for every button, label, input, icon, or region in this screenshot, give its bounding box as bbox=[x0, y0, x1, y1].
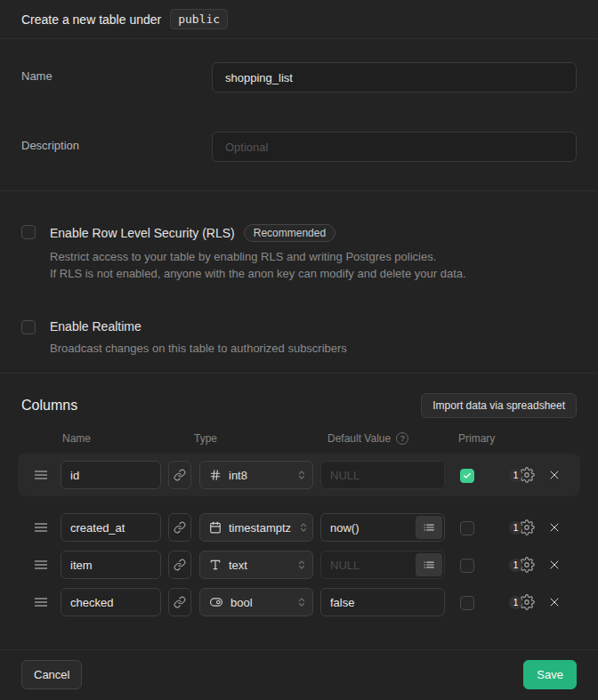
primary-checkbox[interactable] bbox=[460, 559, 474, 573]
modal-title: Create a new table under bbox=[21, 12, 161, 27]
name-label: Name bbox=[21, 62, 212, 93]
toggle-icon bbox=[209, 596, 223, 608]
toggles-section: Enable Row Level Security (RLS) Recommen… bbox=[0, 191, 598, 374]
column-name-input[interactable] bbox=[61, 588, 161, 616]
foreign-key-link-icon[interactable] bbox=[168, 551, 191, 579]
primary-checkbox[interactable] bbox=[460, 596, 474, 610]
column-type-label: timestamptz bbox=[229, 521, 291, 535]
default-value-input[interactable] bbox=[321, 462, 444, 488]
save-button[interactable]: Save bbox=[523, 660, 577, 689]
foreign-key-link-icon[interactable] bbox=[168, 461, 191, 489]
realtime-description: Broadcast changes on this table to autho… bbox=[50, 340, 347, 357]
hash-icon bbox=[209, 469, 222, 481]
column-type-select[interactable]: timestamptz bbox=[199, 513, 313, 542]
column-settings-button[interactable]: 1 bbox=[509, 557, 535, 573]
column-row-created-at: timestamptz 1 bbox=[18, 509, 580, 546]
realtime-label: Enable Realtime bbox=[50, 319, 141, 334]
primary-checkbox[interactable] bbox=[460, 521, 474, 535]
cancel-button[interactable]: Cancel bbox=[21, 660, 82, 689]
settings-count-badge: 1 bbox=[509, 596, 522, 609]
drag-handle-icon[interactable] bbox=[34, 521, 48, 534]
recommended-badge: Recommended bbox=[244, 224, 335, 242]
rls-checkbox[interactable] bbox=[21, 225, 36, 239]
create-table-modal: Create a new table under public Name Des… bbox=[0, 0, 598, 700]
column-settings-button[interactable]: 1 bbox=[509, 467, 535, 483]
remove-column-icon[interactable] bbox=[547, 468, 562, 482]
modal-header: Create a new table under public bbox=[0, 0, 598, 39]
column-type-label: bool bbox=[230, 596, 289, 609]
column-row-checked: bool 1 bbox=[18, 583, 580, 621]
realtime-checkbox[interactable] bbox=[21, 320, 36, 334]
realtime-toggle-row: Enable Realtime Broadcast changes on thi… bbox=[21, 319, 577, 357]
header-default-value: Default Value bbox=[327, 432, 391, 445]
primary-checkbox[interactable] bbox=[460, 469, 474, 483]
header-name: Name bbox=[62, 432, 194, 445]
column-settings-button[interactable]: 1 bbox=[509, 594, 535, 610]
column-name-input[interactable] bbox=[61, 551, 161, 579]
import-spreadsheet-button[interactable]: Import data via spreadsheet bbox=[421, 393, 577, 418]
column-type-select[interactable]: bool bbox=[199, 588, 313, 616]
columns-table-header: Name Type Default Value? Primary bbox=[0, 432, 598, 445]
column-name-input[interactable] bbox=[61, 513, 161, 542]
default-value-input[interactable] bbox=[321, 589, 444, 616]
remove-column-icon[interactable] bbox=[547, 520, 562, 535]
foreign-key-link-icon[interactable] bbox=[168, 513, 191, 542]
remove-column-icon[interactable] bbox=[547, 595, 562, 609]
chevron-updown-icon bbox=[296, 469, 307, 481]
settings-count-badge: 1 bbox=[509, 469, 522, 482]
rls-description-line1: Restrict access to your table by enablin… bbox=[50, 248, 466, 265]
rls-label: Enable Row Level Security (RLS) bbox=[50, 226, 235, 240]
column-type-select[interactable]: int8 bbox=[199, 461, 313, 489]
settings-count-badge: 1 bbox=[509, 521, 522, 535]
chevron-updown-icon bbox=[296, 596, 307, 608]
default-value-input[interactable] bbox=[321, 551, 416, 578]
remove-column-icon[interactable] bbox=[547, 558, 562, 572]
table-description-input[interactable] bbox=[212, 132, 577, 162]
column-row-id: int8 1 bbox=[18, 454, 580, 496]
default-value-input[interactable] bbox=[321, 514, 416, 541]
description-label: Description bbox=[21, 132, 212, 162]
basic-info-section: Name Description bbox=[0, 39, 598, 191]
settings-count-badge: 1 bbox=[509, 559, 522, 572]
drag-handle-icon[interactable] bbox=[34, 559, 48, 571]
column-type-label: text bbox=[229, 559, 289, 572]
column-row-item: text 1 bbox=[18, 546, 580, 583]
header-type: Type bbox=[194, 432, 327, 445]
default-suggestions-icon[interactable] bbox=[416, 553, 442, 576]
columns-title: Columns bbox=[21, 398, 77, 414]
help-icon[interactable]: ? bbox=[396, 432, 408, 445]
drag-handle-icon[interactable] bbox=[34, 469, 48, 481]
table-name-input[interactable] bbox=[212, 62, 577, 93]
column-type-label: int8 bbox=[229, 469, 289, 482]
columns-section: Columns Import data via spreadsheet Name… bbox=[0, 374, 598, 650]
modal-footer: Cancel Save bbox=[0, 650, 598, 699]
column-name-input[interactable] bbox=[61, 461, 161, 489]
rls-description-line2: If RLS is not enabled, anyone with the a… bbox=[50, 265, 466, 282]
column-settings-button[interactable]: 1 bbox=[509, 519, 535, 535]
text-icon bbox=[209, 559, 222, 571]
chevron-updown-icon bbox=[296, 559, 307, 571]
header-primary: Primary bbox=[458, 432, 495, 445]
calendar-icon bbox=[209, 521, 222, 534]
chevron-updown-icon bbox=[298, 521, 309, 534]
column-type-select[interactable]: text bbox=[199, 551, 313, 579]
foreign-key-link-icon[interactable] bbox=[168, 588, 191, 616]
default-suggestions-icon[interactable] bbox=[416, 516, 442, 539]
rls-toggle-row: Enable Row Level Security (RLS) Recommen… bbox=[21, 224, 577, 282]
schema-badge: public bbox=[170, 9, 228, 29]
drag-handle-icon[interactable] bbox=[34, 596, 48, 608]
